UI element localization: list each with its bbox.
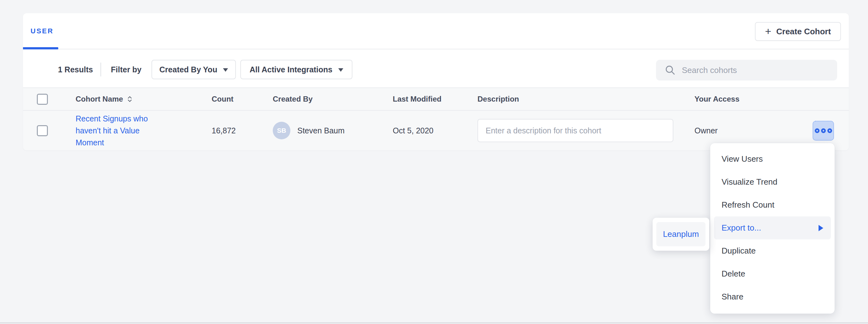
search-input[interactable] [682, 65, 827, 75]
tab-user[interactable]: USER [31, 27, 54, 35]
more-icon [827, 128, 832, 133]
tab-active-underline [23, 47, 58, 49]
more-icon [815, 128, 819, 133]
integrations-dropdown-label: All Active Integrations [249, 65, 332, 74]
header-count: Count [212, 88, 234, 110]
created-by-dropdown-label: Created By You [159, 65, 217, 74]
search-cohorts-box [656, 60, 837, 80]
avatar: SB [273, 122, 290, 139]
caret-down-icon [338, 68, 343, 72]
search-icon [665, 65, 676, 75]
header-created-by: Created By [273, 88, 313, 110]
cohorts-panel: USER + Create Cohort 1 Results Filter by… [23, 13, 849, 150]
cohort-count: 16,872 [212, 111, 236, 150]
description-input[interactable] [477, 119, 673, 142]
menu-item-export-to[interactable]: Export to... [714, 216, 831, 239]
filter-by-label: Filter by [111, 50, 142, 89]
sort-icon[interactable] [127, 96, 133, 102]
last-modified-date: Oct 5, 2020 [393, 111, 433, 150]
row-actions-menu: View Users Visualize Trend Refresh Count… [710, 143, 835, 314]
table-header-row: Cohort Name Count Created By Last Modifi… [23, 87, 849, 111]
menu-item-export-label: Export to... [721, 223, 761, 233]
bottom-divider [0, 322, 868, 323]
created-by-cell: SB Steven Baum [273, 111, 345, 150]
tab-bar: USER + Create Cohort [23, 13, 849, 49]
menu-item-share[interactable]: Share [714, 285, 831, 308]
create-cohort-label: Create Cohort [776, 27, 831, 36]
cohort-name-link[interactable]: Recent Signups who haven't hit a Value M… [75, 113, 155, 148]
integrations-dropdown[interactable]: All Active Integrations [240, 60, 352, 79]
submenu-item-leanplum[interactable]: Leanplum [656, 222, 706, 246]
created-by-dropdown[interactable]: Created By You [152, 60, 236, 79]
create-cohort-button[interactable]: + Create Cohort [755, 22, 841, 41]
results-count: 1 Results [58, 50, 93, 89]
header-last-modified: Last Modified [393, 88, 441, 110]
header-description: Description [477, 88, 519, 110]
plus-icon: + [765, 26, 771, 36]
created-by-name: Steven Baum [297, 126, 345, 135]
menu-item-delete[interactable]: Delete [714, 262, 831, 285]
menu-item-duplicate[interactable]: Duplicate [714, 239, 831, 262]
menu-item-view-users[interactable]: View Users [714, 147, 831, 171]
menu-item-refresh-count[interactable]: Refresh Count [714, 193, 831, 216]
submenu-arrow-icon [818, 225, 823, 231]
header-cohort-name[interactable]: Cohort Name [75, 88, 133, 110]
export-submenu: Leanplum [653, 218, 709, 251]
more-icon [821, 128, 826, 133]
header-your-access: Your Access [694, 88, 740, 110]
select-all-checkbox[interactable] [37, 94, 48, 105]
caret-down-icon [223, 68, 228, 72]
row-checkbox[interactable] [37, 125, 48, 136]
vertical-divider [100, 63, 101, 76]
menu-item-visualize-trend[interactable]: Visualize Trend [714, 171, 831, 193]
more-actions-button[interactable] [812, 121, 834, 141]
